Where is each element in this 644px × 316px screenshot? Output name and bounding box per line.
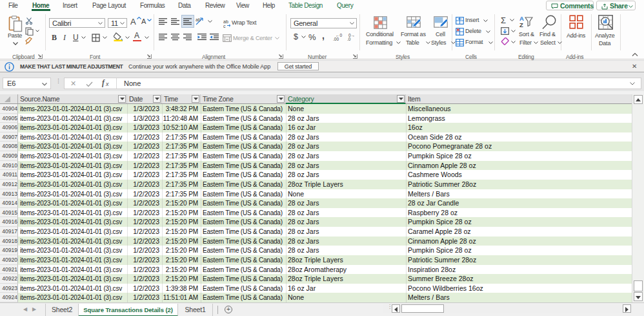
svg-text:ab: ab xyxy=(196,17,201,22)
svg-text:ab: ab xyxy=(223,19,228,24)
svg-text:.00: .00 xyxy=(333,37,339,41)
svg-text:.0: .0 xyxy=(347,37,351,41)
svg-text:c: c xyxy=(223,24,226,28)
